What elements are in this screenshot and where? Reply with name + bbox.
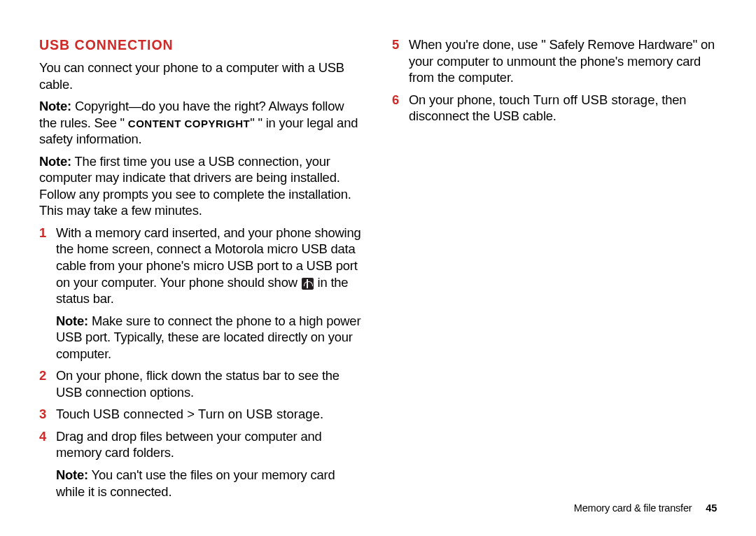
intro-paragraph: You can connect your phone to a computer… xyxy=(39,59,364,92)
step-text-a: On your phone, flick down the status bar… xyxy=(56,368,340,400)
step-item: 1 With a memory card inserted, and your … xyxy=(39,225,364,362)
page-columns: USB CONNECTION You can connect your phon… xyxy=(39,36,717,505)
step-body: With a memory card inserted, and your ph… xyxy=(56,225,364,362)
step-item: 6 On your phone, touch Turn off USB stor… xyxy=(392,92,717,125)
step-number: 2 xyxy=(39,367,56,400)
step-number: 1 xyxy=(39,225,56,362)
page-footer: Memory card & file transfer 45 xyxy=(574,502,717,515)
section-heading: USB CONNECTION xyxy=(39,36,364,54)
left-column: USB CONNECTION You can connect your phon… xyxy=(39,36,364,505)
subnote-text: Make sure to connect the phone to a high… xyxy=(56,313,360,361)
step-text-a: When you're done, use " Safely Remove Ha… xyxy=(409,37,715,85)
step-number: 3 xyxy=(39,406,56,423)
note-label: Note: xyxy=(56,313,88,328)
step-item: 4 Drag and drop files between your compu… xyxy=(39,428,364,500)
note-text: The first time you use a USB connection,… xyxy=(39,154,351,218)
step-subnote: Note: You can't use the files on your me… xyxy=(56,467,364,500)
step-body: On your phone, touch Turn off USB storag… xyxy=(409,92,717,125)
step-text-a: On your phone, touch xyxy=(409,92,533,107)
step-body: When you're done, use " Safely Remove Ha… xyxy=(409,36,717,86)
page-number: 45 xyxy=(706,502,717,514)
step-number: 5 xyxy=(392,36,409,86)
note-copyright: Note: Copyright—do you have the right? A… xyxy=(39,98,364,148)
note-label: Note: xyxy=(39,154,71,169)
step-body: Touch USB connected > Turn on USB storag… xyxy=(56,406,364,423)
step-item: 2 On your phone, flick down the status b… xyxy=(39,367,364,400)
content-copyright-ref: CONTENT COPYRIGHT xyxy=(128,118,250,129)
step-item: 3 Touch USB connected > Turn on USB stor… xyxy=(39,406,364,423)
touch-command: Turn off USB storage xyxy=(533,92,655,107)
note-label: Note: xyxy=(39,99,71,113)
step-text-a: Drag and drop files between your compute… xyxy=(56,429,321,460)
step-body: Drag and drop files between your compute… xyxy=(56,428,364,500)
right-column: 5 When you're done, use " Safely Remove … xyxy=(392,36,717,505)
note-drivers: Note: The first time you use a USB conne… xyxy=(39,153,364,219)
note-label: Note: xyxy=(56,467,88,482)
step-number: 4 xyxy=(39,428,56,500)
step-item: 5 When you're done, use " Safely Remove … xyxy=(392,36,717,86)
footer-section-name: Memory card & file transfer xyxy=(574,502,692,514)
step-text-b: . xyxy=(320,407,323,421)
usb-icon xyxy=(302,278,314,290)
step-number: 6 xyxy=(392,92,409,125)
step-text-a: Touch xyxy=(56,407,93,421)
touch-command: USB connected > Turn on USB storage xyxy=(93,407,320,421)
step-subnote: Note: Make sure to connect the phone to … xyxy=(56,313,364,362)
step-body: On your phone, flick down the status bar… xyxy=(56,367,364,400)
subnote-text: You can't use the files on your memory c… xyxy=(56,467,335,499)
